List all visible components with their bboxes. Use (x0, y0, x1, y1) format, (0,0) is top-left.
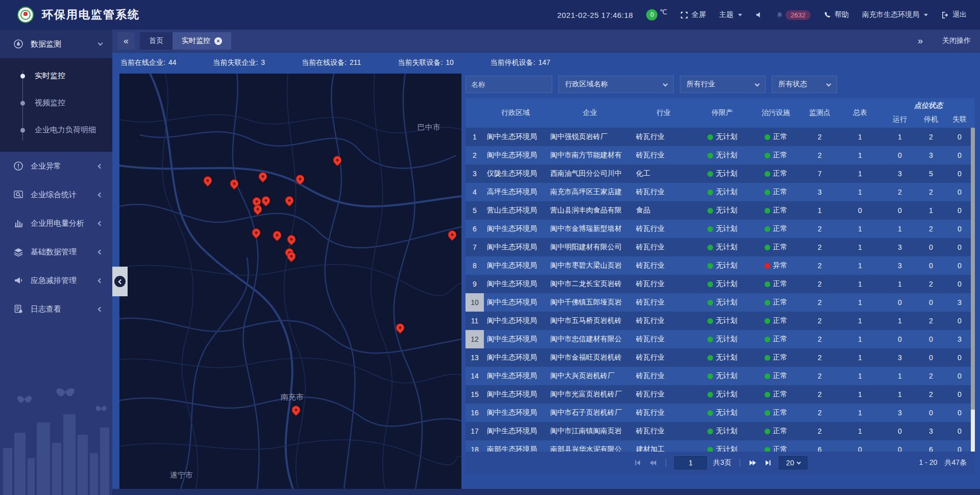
tabs-scroll-right-button[interactable]: » (912, 32, 929, 50)
tabs-scroll-left-button[interactable]: « (117, 32, 135, 50)
logout-button[interactable]: 退出 (941, 10, 967, 19)
facility-text: 正常 (773, 187, 788, 197)
table-row[interactable]: 3仪陇生态环境局西南油气田分公司川中化工无计划正常71350 (465, 164, 975, 183)
tab-首页[interactable]: 首页 (140, 32, 173, 50)
page-number-input[interactable] (674, 456, 707, 469)
map-panel[interactable]: 巴中市南充市遂宁市 (119, 74, 461, 489)
map-pin[interactable] (296, 175, 304, 183)
last-page-button[interactable] (764, 459, 773, 467)
sidebar-group-数据监测[interactable]: 数据监测 (0, 30, 112, 58)
row-region: 南部生态环境局 (484, 440, 547, 452)
prev-page-button[interactable] (648, 459, 657, 467)
table-row[interactable]: 12阆中生态环境局阆中市忠信建材有限公砖瓦行业无计划正常21003 (465, 330, 975, 348)
sidebar-group-基础数据管理[interactable]: 基础数据管理 (0, 238, 112, 266)
table-row[interactable]: 15阆中生态环境局阆中市光富页岩机砖厂砖瓦行业无计划正常21120 (465, 385, 975, 404)
status-dot-green (707, 171, 713, 177)
status-dot-green (765, 355, 770, 361)
help-button[interactable]: 帮助 (824, 10, 849, 19)
first-page-button[interactable] (633, 459, 642, 467)
map-pin[interactable] (396, 323, 405, 332)
table-row[interactable]: 8阆中生态环境局阆中市枣碧大梁山页岩砖瓦行业无计划异常21300 (465, 256, 975, 275)
scrollbar-thumb[interactable] (971, 128, 975, 410)
map-pin[interactable] (252, 228, 261, 237)
table-row[interactable]: 5营山生态环境局营山县润丰肉食品有限食品无计划正常10010 (465, 201, 975, 220)
table-row[interactable]: 1阆中生态环境局阆中强锐页岩砖厂砖瓦行业无计划正常21120 (465, 128, 975, 146)
status-filter-select[interactable]: 所有状态 (772, 76, 837, 93)
sidebar-item-实时监控[interactable]: 实时监控 (0, 62, 112, 89)
map-pin[interactable] (287, 252, 296, 261)
table-scrollbar[interactable] (971, 128, 975, 452)
user-menu[interactable]: 南充市生态环境局 (862, 10, 928, 19)
row-meters: 1 (838, 128, 882, 146)
city-label-遂宁市: 遂宁市 (170, 470, 193, 480)
row-stopped: 2 (918, 312, 944, 330)
row-stopped: 1 (918, 201, 944, 220)
row-facility-status: 正常 (750, 404, 801, 422)
map-collapse-button[interactable] (112, 267, 128, 296)
map-pin[interactable] (253, 205, 262, 214)
row-region: 阆中生态环境局 (484, 238, 547, 256)
table-row[interactable]: 2阆中生态环境局阆中市南方节能建材有砖瓦行业无计划正常21030 (465, 146, 975, 164)
map-pin[interactable] (261, 196, 270, 205)
tab-close-icon[interactable]: × (214, 37, 222, 45)
plan-text: 无计划 (716, 427, 738, 436)
table-row[interactable]: 13阆中生态环境局阆中市金福旺页岩机砖砖瓦行业无计划正常21300 (465, 348, 975, 367)
temperature-badge: 0 (646, 9, 657, 20)
sidebar-group-企业用电量分析[interactable]: 企业用电量分析 (0, 209, 112, 238)
sidebar-group-日志查看[interactable]: 日志查看 (0, 295, 112, 323)
status-dot-green (707, 300, 713, 305)
fullscreen-button[interactable]: 全屏 (680, 10, 706, 19)
sidebar-item-视频监控[interactable]: 视频监控 (0, 89, 112, 116)
table-row[interactable]: 9阆中生态环境局阆中市二龙长宝页岩砖砖瓦行业无计划正常21120 (465, 275, 975, 293)
table-row[interactable]: 14阆中生态环境局阆中大兴页岩机砖厂砖瓦行业无计划正常21120 (465, 367, 975, 385)
map-pin[interactable] (291, 406, 300, 414)
page-size-select[interactable]: 20 (779, 456, 807, 469)
header-running: 运行 (882, 111, 918, 128)
map-pin[interactable] (259, 172, 267, 181)
sound-button[interactable] (755, 11, 763, 18)
row-region: 阆中生态环境局 (484, 293, 547, 312)
map-pin[interactable] (273, 231, 281, 240)
table-row[interactable]: 16阆中生态环境局阆中市石子页岩机砖厂砖瓦行业无计划正常21300 (465, 404, 975, 422)
status-dot-green (707, 318, 713, 324)
map-pin[interactable] (203, 176, 212, 185)
row-industry: 砖瓦行业 (633, 256, 694, 275)
sidebar-group-应急减排管理[interactable]: 应急减排管理 (0, 266, 112, 295)
table-row[interactable]: 17阆中生态环境局阆中市江南镇阆南页岩砖瓦行业无计划正常21030 (465, 422, 975, 440)
row-company: 阆中大兴页岩机砖厂 (547, 367, 633, 385)
stat-value: 211 (350, 58, 361, 67)
name-filter-input[interactable] (465, 76, 552, 93)
table-row[interactable]: 18南部生态环境局南部县兴华水泥有限公建材加工无计划正常60060 (465, 440, 975, 452)
row-offline: 3 (944, 293, 975, 312)
region-filter-select[interactable]: 行政区域名称 (558, 76, 674, 93)
notification-button[interactable]: 2632 (776, 10, 811, 20)
table-body: 1阆中生态环境局阆中强锐页岩砖厂砖瓦行业无计划正常211202阆中生态环境局阆中… (465, 128, 975, 452)
tab-实时监控[interactable]: 实时监控× (173, 32, 231, 50)
row-running: 0 (882, 422, 918, 440)
sidebar-group-企业综合统计[interactable]: 企业综合统计 (0, 180, 112, 209)
row-industry: 建材加工 (633, 440, 694, 452)
chevron-left-icon (98, 278, 103, 283)
industry-filter-select[interactable]: 所有行业 (680, 76, 766, 93)
row-company: 阆中市江南镇阆南页岩 (547, 422, 633, 440)
theme-button[interactable]: 主题 (719, 10, 742, 19)
plan-text: 无计划 (716, 316, 738, 325)
row-offline: 0 (944, 367, 975, 385)
row-industry: 砖瓦行业 (633, 183, 694, 201)
map-pin[interactable] (287, 235, 296, 244)
map-pin[interactable] (230, 179, 239, 188)
header-offline: 失联 (944, 111, 975, 128)
map-pin[interactable] (285, 196, 293, 205)
table-row[interactable]: 7阆中生态环境局阆中明阳建材有限公司砖瓦行业无计划正常21300 (465, 238, 975, 256)
close-operations-button[interactable]: 关闭操作 (942, 36, 971, 45)
table-row[interactable]: 4高坪生态环境局南充市高坪区王家店建砖瓦行业无计划正常31220 (465, 183, 975, 201)
row-facility-status: 正常 (750, 275, 801, 293)
sidebar-group-企业异常[interactable]: 企业异常 (0, 152, 112, 180)
table-row[interactable]: 11阆中生态环境局阆中市五马桥页岩机砖砖瓦行业无计划正常21120 (465, 312, 975, 330)
map-pin[interactable] (448, 230, 456, 239)
map-pin[interactable] (333, 156, 342, 164)
next-page-button[interactable] (748, 459, 757, 467)
table-row[interactable]: 10阆中生态环境局阆中千佛镇五郎垭页岩砖瓦行业无计划正常21003 (465, 293, 975, 312)
sidebar-item-企业电力负荷明细[interactable]: 企业电力负荷明细 (0, 116, 112, 144)
table-row[interactable]: 6阆中生态环境局阆中市金博瑞新型墙材砖瓦行业无计划正常21120 (465, 220, 975, 238)
